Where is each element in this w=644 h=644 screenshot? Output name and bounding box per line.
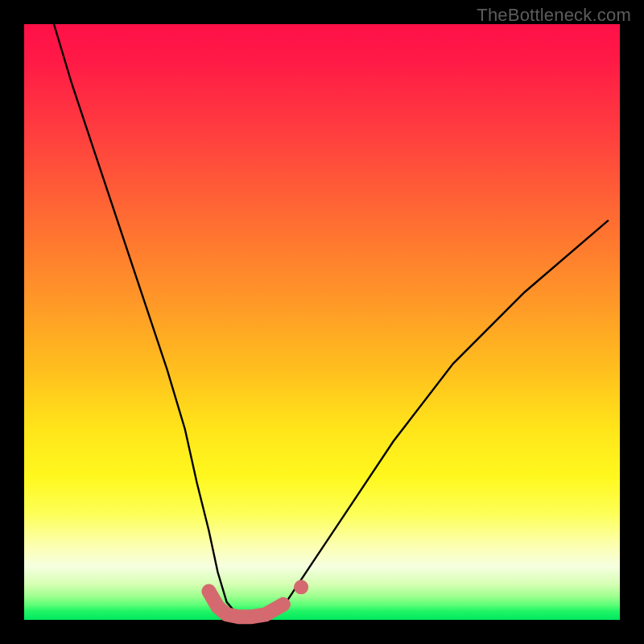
- watermark-text: TheBottleneck.com: [477, 5, 631, 26]
- bottleneck-curve-path: [54, 24, 608, 618]
- highlight-dot: [294, 580, 308, 594]
- highlight-band-path: [208, 592, 283, 617]
- chart-svg: [24, 24, 620, 620]
- chart-plot-area: [24, 24, 620, 620]
- outer-frame: TheBottleneck.com: [0, 0, 644, 644]
